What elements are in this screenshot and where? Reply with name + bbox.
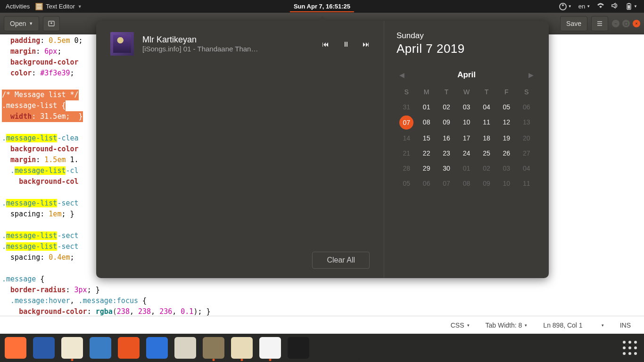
media-notification[interactable]: Mlr Kartikeyan [iSongs.info] 01 - Thanda… [110,32,370,56]
calendar-day[interactable]: 04 [517,165,537,172]
volume-icon[interactable] [611,2,619,11]
chevron-down-icon: ▼ [78,4,82,9]
calendar-day[interactable]: 04 [477,103,496,111]
dock-icon-files[interactable] [203,337,224,359]
chevron-down-icon: ▼ [634,4,637,8]
open-button[interactable]: Open ▼ [4,16,39,31]
app-menu[interactable]: Text Editor ▼ [35,3,82,10]
show-applications-button[interactable] [620,338,639,357]
calendar-day[interactable]: 08 [416,118,436,127]
calendar-dayname: Sunday [396,31,537,41]
calendar-prev-month[interactable]: ◀ [396,69,407,81]
calendar-day[interactable]: 02 [477,165,496,172]
chevron-down-icon: ▼ [586,4,590,8]
calendar-day[interactable]: 22 [416,149,436,157]
calendar-day[interactable]: 19 [496,134,516,142]
dock-icon-gedit[interactable] [231,337,253,359]
dock-icon-firefox[interactable] [5,337,26,359]
dock-icon-ubuntu-software[interactable] [118,337,140,359]
calendar-day[interactable]: 09 [437,118,456,127]
calendar-day[interactable]: 07 [437,180,456,187]
calendar-day[interactable]: 26 [496,149,516,157]
calendar-day[interactable]: 10 [456,118,476,127]
calendar-day[interactable]: 28 [396,165,416,172]
calendar-day[interactable]: 15 [416,134,436,142]
minimize-button[interactable]: – [612,20,619,27]
dock-icon-libreoffice-writer[interactable] [90,337,111,359]
chevron-down-icon: ▾ [467,323,470,328]
calendar-day[interactable]: 23 [437,149,456,157]
wifi-icon[interactable] [597,2,604,11]
hamburger-menu-button[interactable] [591,16,608,31]
calendar-day[interactable]: 29 [416,165,436,172]
new-tab-icon [48,20,55,27]
calendar-day[interactable]: 14 [396,134,416,142]
media-prev-button[interactable]: ⏮ [322,40,329,48]
gedit-statusbar: CSS ▾ Tab Width: 8 ▾ Ln 898, Col 1 ▾ INS [0,316,644,334]
clear-all-button[interactable]: Clear All [312,252,370,269]
dock-icon-calculator[interactable] [174,337,196,359]
dock-icon-terminal[interactable] [288,337,309,359]
calendar-day[interactable]: 01 [456,165,476,172]
calendar-panel: Sunday April 7 2019 ◀ April ▶ SMTWTFS310… [384,21,549,278]
calendar-day[interactable]: 09 [477,180,496,187]
calendar-day[interactable]: 05 [396,180,416,187]
calendar-day[interactable]: 20 [517,134,537,142]
calendar-day[interactable]: 27 [517,149,537,157]
calendar-day[interactable]: 10 [496,180,516,187]
calendar-day[interactable]: 25 [477,149,496,157]
battery-icon[interactable]: ▼ [625,3,637,10]
calendar-day[interactable]: 31 [396,103,416,111]
open-button-label: Open [10,20,26,27]
clock-button[interactable]: Sun Apr 7, 16:51:25 [290,1,354,12]
calendar-day[interactable]: 17 [456,134,476,142]
keyboard-layout-menu[interactable]: en ▼ [578,3,590,10]
accessibility-menu[interactable]: ▼ [559,3,572,10]
dock-icon-chrome[interactable] [259,337,281,359]
syntax-mode-combo[interactable]: CSS ▾ [451,321,470,329]
calendar-day[interactable]: 03 [456,103,476,111]
app-menu-label: Text Editor [46,3,74,10]
calendar-day[interactable]: 03 [496,165,516,172]
dock-icon-thunderbird[interactable] [33,337,55,359]
accessibility-icon [559,3,567,10]
calendar-day[interactable]: 05 [496,103,516,111]
cursor-position[interactable]: Ln 898, Col 1 ▾ [543,321,603,329]
calendar-next-month[interactable]: ▶ [526,69,537,81]
calendar-day[interactable]: 02 [437,103,456,111]
activities-button[interactable]: Activities [6,3,30,10]
calendar-day[interactable]: 01 [416,103,436,111]
media-next-button[interactable]: ⏭ [363,40,370,48]
datetime-dropdown: Mlr Kartikeyan [iSongs.info] 01 - Thanda… [96,21,549,278]
calendar-day[interactable]: 12 [496,118,516,127]
calendar-day[interactable]: 06 [517,103,537,111]
save-button[interactable]: Save [560,16,587,31]
chevron-down-icon: ▾ [602,323,604,328]
insert-mode[interactable]: INS [620,321,631,329]
svg-rect-1 [628,3,630,4]
text-editor-icon [35,3,43,10]
tab-width-combo[interactable]: Tab Width: 8 ▾ [486,321,528,329]
calendar-day[interactable]: 11 [477,118,496,127]
calendar-day[interactable]: 08 [456,180,476,187]
calendar-day[interactable]: 30 [437,165,456,172]
calendar-day[interactable]: 06 [416,180,436,187]
new-tab-button[interactable] [43,16,60,31]
close-button[interactable]: × [633,20,640,27]
dock-icon-rhythmbox[interactable] [61,337,83,359]
keyboard-layout-label: en [578,3,585,10]
calendar-day[interactable]: 11 [517,180,537,187]
maximize-button[interactable]: ▢ [622,20,630,27]
dock-icon-virtualbox[interactable] [146,337,168,359]
calendar-day[interactable]: 13 [517,118,537,127]
media-pause-button[interactable]: ⏸ [342,40,349,48]
calendar-dow: T [437,88,456,96]
calendar-day[interactable]: 24 [456,149,476,157]
calendar-dow: W [456,88,476,96]
calendar-day[interactable]: 07 [396,118,416,127]
calendar-day[interactable]: 16 [437,134,456,142]
calendar-day[interactable]: 18 [477,134,496,142]
calendar-dow: S [396,88,416,96]
calendar-day[interactable]: 21 [396,149,416,157]
calendar-dow: F [496,88,516,96]
